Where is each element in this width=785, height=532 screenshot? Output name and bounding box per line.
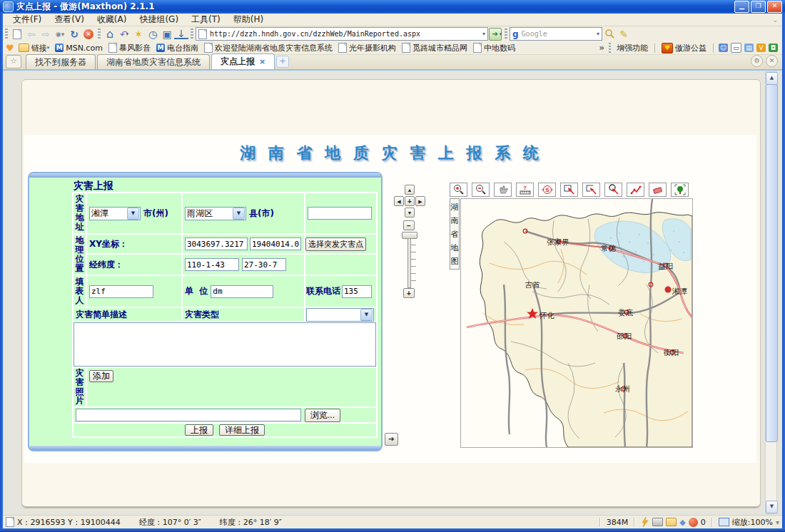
new-tab-button[interactable]: + (276, 56, 289, 68)
search-engine-icon[interactable]: g (512, 29, 519, 39)
reporter-name-input[interactable] (89, 285, 153, 298)
history-clock-icon[interactable]: ◷ (146, 28, 160, 41)
forward-icon[interactable]: ⇨ (39, 28, 53, 41)
zoom-in-slider-button[interactable]: + (403, 288, 415, 298)
bookmark-zhongdi[interactable]: 中地数码 (472, 43, 517, 53)
history-dropdown-icon[interactable]: ◉▾ (53, 28, 67, 41)
undo-icon[interactable]: ↶▾ (117, 28, 131, 41)
link-panel-icon[interactable]: ▣ (160, 28, 174, 41)
go-button[interactable]: ➔▾ (488, 28, 502, 41)
pan-right-button[interactable]: ▶ (415, 196, 425, 206)
menu-help[interactable]: 帮助(H) (228, 13, 269, 26)
map-zoom-out-icon[interactable] (472, 183, 490, 197)
add-photo-button[interactable]: 添加 (89, 370, 113, 382)
highlighter-icon[interactable]: ✎ (617, 28, 631, 41)
map-zoom-in-icon[interactable] (450, 183, 467, 197)
unit-input[interactable] (211, 285, 273, 298)
submit-button[interactable]: 上报 (185, 424, 213, 436)
disaster-type-select[interactable]: ▼ (306, 308, 374, 322)
bookmark-city-boutique[interactable]: 觅路城市精品网 (400, 43, 469, 53)
search-box[interactable]: g Google ▾ (510, 27, 602, 41)
latitude-input[interactable] (242, 258, 286, 271)
popup-blocker-icon[interactable] (689, 518, 698, 527)
map-rect-deselect-icon[interactable] (582, 183, 600, 197)
search-placeholder[interactable]: Google (522, 30, 547, 38)
bookmark-hunan-geo-system[interactable]: 欢迎登陆湖南省地质灾害信息系统 (203, 43, 334, 53)
menu-file[interactable]: 文件(F) (7, 13, 47, 26)
zoom-dropdown-icon[interactable]: ▾ (776, 518, 779, 526)
window-split-icon[interactable]: ▭ (731, 43, 741, 53)
pan-center-button[interactable]: + (405, 196, 415, 206)
bookmark-msn[interactable]: MMSN.com (54, 44, 104, 53)
pan-left-button[interactable]: ◀ (394, 196, 404, 206)
resize-window-icon[interactable] (719, 518, 729, 526)
bookmark-photo-agency[interactable]: 光年摄影机构 (337, 43, 397, 53)
tab-close-icon[interactable]: × (259, 57, 265, 66)
addons-button[interactable]: 增强功能 (615, 43, 649, 53)
browse-button[interactable]: 浏览... (305, 409, 340, 422)
v-badge-icon[interactable]: V (756, 44, 766, 52)
collapse-chevron-icon[interactable]: ⌄ (772, 16, 778, 24)
bookmark-folder-links[interactable]: 链接▾ (17, 43, 51, 53)
plugin-box-icon[interactable]: ◘ (769, 44, 778, 52)
restore-button[interactable]: ❐ (751, 1, 766, 13)
zoom-out-slider-button[interactable]: − (403, 220, 415, 230)
search-icon[interactable] (602, 28, 617, 41)
file-path-input[interactable] (76, 409, 301, 421)
menu-tools[interactable]: 工具(T) (186, 13, 226, 26)
menu-view[interactable]: 查看(V) (49, 13, 90, 26)
new-tab-page-icon[interactable]: ▾ (10, 28, 24, 41)
map-draw-line-icon[interactable] (627, 183, 644, 197)
download-icon[interactable]: ↓ (174, 29, 188, 39)
notes-icon[interactable]: ▤ (744, 44, 754, 52)
pan-down-button[interactable]: ▼ (405, 208, 415, 218)
printer-icon[interactable] (652, 518, 663, 526)
city-select[interactable]: 湘潭▼ (89, 207, 141, 220)
search-dropdown-icon[interactable]: ▾ (597, 31, 599, 37)
download-folder-icon[interactable] (666, 518, 677, 526)
map-circle-select-icon[interactable] (604, 183, 622, 197)
menu-groups[interactable]: 快捷组(G) (133, 13, 184, 26)
scrollbar-thumb[interactable] (766, 84, 778, 442)
scroll-down-icon[interactable]: ▼ (766, 501, 778, 513)
map-rect-select-icon[interactable] (560, 183, 578, 197)
magic-wand-icon[interactable]: ✶ (131, 28, 146, 41)
bookmarks-overflow-icon[interactable]: » (599, 43, 604, 53)
close-all-icon[interactable]: ✕ (766, 55, 778, 67)
wrench-icon[interactable]: ⚙ (751, 55, 763, 67)
filter-icon[interactable]: ◆ (679, 518, 685, 527)
scroll-up-icon[interactable]: ▲ (766, 72, 778, 85)
map-measure-icon[interactable]: ? (516, 183, 534, 197)
refresh-icon[interactable]: ↻ (67, 28, 81, 41)
tab-hunan-geo-info-system[interactable]: 湖南省地质灾害信息系统 (97, 54, 210, 69)
user-icon[interactable]: ☺ (719, 44, 728, 52)
page-scrollbar[interactable]: ▲ ▼ (765, 71, 777, 514)
home-icon[interactable]: ⌂ (103, 28, 117, 41)
bookmark-storm-player[interactable]: 暴风影音 (107, 43, 152, 53)
favorites-heart-icon[interactable]: ♥ (6, 43, 14, 53)
bookmark-radio-guide[interactable]: M电台指南 (155, 43, 200, 53)
map-pan-hand-icon[interactable] (494, 183, 512, 197)
minimize-button[interactable]: ▁ (734, 1, 749, 13)
close-button[interactable]: ✕ (767, 1, 782, 13)
menu-favorites[interactable]: 收藏(A) (91, 13, 133, 26)
county-select[interactable]: 雨湖区▼ (185, 207, 246, 220)
back-icon[interactable]: ⇦ (24, 28, 39, 41)
stop-icon[interactable]: ✕ (81, 28, 96, 41)
toolbar-grip[interactable] (5, 29, 8, 40)
map-eraser-icon[interactable] (649, 183, 667, 197)
y-coordinate-input[interactable] (250, 237, 301, 250)
address-dropdown-icon[interactable]: ▾ (482, 31, 485, 37)
tab-server-not-found[interactable]: 找不到服务器 (26, 54, 96, 69)
detail-submit-button[interactable]: 详细上报 (219, 424, 265, 436)
hunan-map[interactable]: 张家界 常德 益阳 湘潭 吉首 娄底 怀化 邵阳 衡阳 永州 (460, 198, 693, 448)
map-scale-icon[interactable]: S (538, 183, 556, 197)
zoom-level[interactable]: 缩放:100% (732, 517, 773, 528)
x-coordinate-input[interactable] (185, 237, 248, 250)
description-textarea[interactable] (74, 322, 376, 367)
tab-list-star-icon[interactable]: ☆ (6, 55, 21, 68)
pick-disaster-point-button[interactable]: 选择突发灾害点 (305, 237, 366, 251)
address-detail-input[interactable] (308, 207, 372, 220)
tab-disaster-report[interactable]: 灾点上报× (211, 53, 275, 69)
map-layers-tree-icon[interactable] (671, 183, 689, 197)
